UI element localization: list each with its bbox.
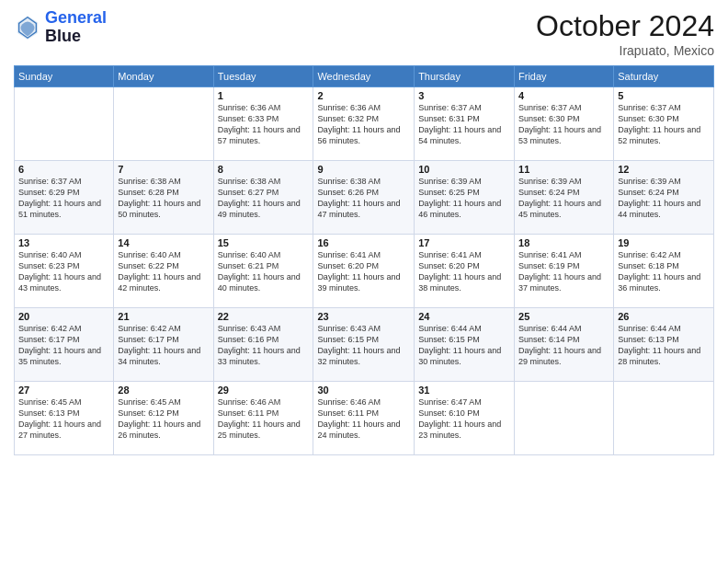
day-info: Sunrise: 6:44 AM Sunset: 6:14 PM Dayligh… bbox=[518, 323, 609, 368]
day-info: Sunrise: 6:37 AM Sunset: 6:30 PM Dayligh… bbox=[518, 102, 609, 147]
calendar-cell: 6Sunrise: 6:37 AM Sunset: 6:29 PM Daylig… bbox=[15, 161, 114, 235]
calendar-header-cell: Thursday bbox=[415, 66, 515, 87]
day-number: 28 bbox=[118, 385, 209, 396]
day-number: 24 bbox=[418, 311, 510, 322]
calendar-cell: 18Sunrise: 6:41 AM Sunset: 6:19 PM Dayli… bbox=[515, 235, 614, 308]
calendar-header-cell: Monday bbox=[114, 66, 213, 87]
calendar-cell: 12Sunrise: 6:39 AM Sunset: 6:24 PM Dayli… bbox=[614, 161, 714, 235]
day-number: 29 bbox=[218, 385, 310, 396]
day-info: Sunrise: 6:39 AM Sunset: 6:24 PM Dayligh… bbox=[618, 176, 710, 221]
calendar: SundayMondayTuesdayWednesdayThursdayFrid… bbox=[14, 65, 714, 455]
day-info: Sunrise: 6:38 AM Sunset: 6:28 PM Dayligh… bbox=[118, 176, 209, 221]
month-title: October 2024 bbox=[536, 9, 714, 43]
day-number: 30 bbox=[317, 385, 410, 396]
calendar-cell bbox=[15, 87, 114, 161]
calendar-cell: 28Sunrise: 6:45 AM Sunset: 6:12 PM Dayli… bbox=[114, 382, 213, 455]
day-info: Sunrise: 6:44 AM Sunset: 6:13 PM Dayligh… bbox=[618, 323, 710, 368]
day-number: 11 bbox=[518, 164, 609, 175]
day-number: 21 bbox=[118, 311, 209, 322]
calendar-week-row: 6Sunrise: 6:37 AM Sunset: 6:29 PM Daylig… bbox=[15, 161, 714, 235]
calendar-cell: 16Sunrise: 6:41 AM Sunset: 6:20 PM Dayli… bbox=[313, 235, 415, 308]
calendar-header-cell: Sunday bbox=[15, 66, 114, 87]
logo-icon bbox=[14, 14, 41, 41]
day-info: Sunrise: 6:43 AM Sunset: 6:15 PM Dayligh… bbox=[317, 323, 410, 368]
calendar-cell: 27Sunrise: 6:45 AM Sunset: 6:13 PM Dayli… bbox=[15, 382, 114, 455]
day-number: 2 bbox=[317, 90, 410, 101]
day-info: Sunrise: 6:40 AM Sunset: 6:22 PM Dayligh… bbox=[118, 249, 209, 294]
calendar-cell: 8Sunrise: 6:38 AM Sunset: 6:27 PM Daylig… bbox=[213, 161, 313, 235]
page-header: General Blue October 2024 Irapuato, Mexi… bbox=[14, 9, 714, 58]
day-info: Sunrise: 6:36 AM Sunset: 6:32 PM Dayligh… bbox=[317, 102, 410, 147]
calendar-cell: 15Sunrise: 6:40 AM Sunset: 6:21 PM Dayli… bbox=[213, 235, 313, 308]
day-number: 27 bbox=[18, 385, 109, 396]
day-info: Sunrise: 6:37 AM Sunset: 6:30 PM Dayligh… bbox=[618, 102, 710, 147]
day-number: 26 bbox=[618, 311, 710, 322]
calendar-week-row: 27Sunrise: 6:45 AM Sunset: 6:13 PM Dayli… bbox=[15, 382, 714, 455]
day-info: Sunrise: 6:38 AM Sunset: 6:27 PM Dayligh… bbox=[218, 176, 310, 221]
calendar-cell: 13Sunrise: 6:40 AM Sunset: 6:23 PM Dayli… bbox=[15, 235, 114, 308]
day-info: Sunrise: 6:41 AM Sunset: 6:20 PM Dayligh… bbox=[418, 249, 510, 294]
calendar-header-cell: Tuesday bbox=[213, 66, 313, 87]
day-number: 15 bbox=[218, 237, 310, 248]
calendar-cell bbox=[515, 382, 614, 455]
calendar-cell: 25Sunrise: 6:44 AM Sunset: 6:14 PM Dayli… bbox=[515, 308, 614, 382]
day-number: 18 bbox=[518, 237, 609, 248]
day-number: 23 bbox=[317, 311, 410, 322]
day-info: Sunrise: 6:42 AM Sunset: 6:17 PM Dayligh… bbox=[118, 323, 209, 368]
day-info: Sunrise: 6:36 AM Sunset: 6:33 PM Dayligh… bbox=[218, 102, 310, 147]
day-info: Sunrise: 6:45 AM Sunset: 6:12 PM Dayligh… bbox=[118, 396, 209, 442]
day-info: Sunrise: 6:42 AM Sunset: 6:18 PM Dayligh… bbox=[618, 249, 710, 294]
location: Irapuato, Mexico bbox=[536, 43, 714, 58]
day-number: 3 bbox=[418, 90, 510, 101]
day-number: 5 bbox=[618, 90, 710, 101]
day-number: 6 bbox=[18, 164, 109, 175]
calendar-cell: 24Sunrise: 6:44 AM Sunset: 6:15 PM Dayli… bbox=[415, 308, 515, 382]
day-number: 22 bbox=[218, 311, 310, 322]
day-info: Sunrise: 6:39 AM Sunset: 6:25 PM Dayligh… bbox=[418, 176, 510, 221]
calendar-cell: 9Sunrise: 6:38 AM Sunset: 6:26 PM Daylig… bbox=[313, 161, 415, 235]
day-info: Sunrise: 6:38 AM Sunset: 6:26 PM Dayligh… bbox=[317, 176, 410, 221]
day-info: Sunrise: 6:43 AM Sunset: 6:16 PM Dayligh… bbox=[218, 323, 310, 368]
calendar-cell: 31Sunrise: 6:47 AM Sunset: 6:10 PM Dayli… bbox=[415, 382, 515, 455]
day-number: 4 bbox=[518, 90, 609, 101]
calendar-cell: 14Sunrise: 6:40 AM Sunset: 6:22 PM Dayli… bbox=[114, 235, 213, 308]
day-number: 12 bbox=[618, 164, 710, 175]
day-number: 10 bbox=[418, 164, 510, 175]
calendar-cell: 17Sunrise: 6:41 AM Sunset: 6:20 PM Dayli… bbox=[415, 235, 515, 308]
day-info: Sunrise: 6:46 AM Sunset: 6:11 PM Dayligh… bbox=[218, 396, 310, 442]
day-number: 25 bbox=[518, 311, 609, 322]
calendar-body: 1Sunrise: 6:36 AM Sunset: 6:33 PM Daylig… bbox=[15, 87, 714, 455]
title-block: October 2024 Irapuato, Mexico bbox=[536, 9, 714, 58]
day-number: 9 bbox=[317, 164, 410, 175]
logo-text: General Blue bbox=[45, 9, 107, 46]
calendar-week-row: 1Sunrise: 6:36 AM Sunset: 6:33 PM Daylig… bbox=[15, 87, 714, 161]
calendar-header-row: SundayMondayTuesdayWednesdayThursdayFrid… bbox=[15, 66, 714, 87]
calendar-cell: 7Sunrise: 6:38 AM Sunset: 6:28 PM Daylig… bbox=[114, 161, 213, 235]
calendar-cell: 29Sunrise: 6:46 AM Sunset: 6:11 PM Dayli… bbox=[213, 382, 313, 455]
day-info: Sunrise: 6:40 AM Sunset: 6:21 PM Dayligh… bbox=[218, 249, 310, 294]
calendar-cell: 23Sunrise: 6:43 AM Sunset: 6:15 PM Dayli… bbox=[313, 308, 415, 382]
day-number: 20 bbox=[18, 311, 109, 322]
day-number: 31 bbox=[418, 385, 510, 396]
calendar-cell bbox=[614, 382, 714, 455]
calendar-header-cell: Wednesday bbox=[313, 66, 415, 87]
calendar-cell: 5Sunrise: 6:37 AM Sunset: 6:30 PM Daylig… bbox=[614, 87, 714, 161]
calendar-week-row: 13Sunrise: 6:40 AM Sunset: 6:23 PM Dayli… bbox=[15, 235, 714, 308]
calendar-cell: 3Sunrise: 6:37 AM Sunset: 6:31 PM Daylig… bbox=[415, 87, 515, 161]
day-number: 7 bbox=[118, 164, 209, 175]
day-number: 14 bbox=[118, 237, 209, 248]
logo: General Blue bbox=[14, 9, 107, 46]
day-number: 13 bbox=[18, 237, 109, 248]
day-info: Sunrise: 6:39 AM Sunset: 6:24 PM Dayligh… bbox=[518, 176, 609, 221]
day-number: 16 bbox=[317, 237, 410, 248]
day-info: Sunrise: 6:41 AM Sunset: 6:20 PM Dayligh… bbox=[317, 249, 410, 294]
calendar-cell: 20Sunrise: 6:42 AM Sunset: 6:17 PM Dayli… bbox=[15, 308, 114, 382]
calendar-cell: 11Sunrise: 6:39 AM Sunset: 6:24 PM Dayli… bbox=[515, 161, 614, 235]
calendar-header-cell: Saturday bbox=[614, 66, 714, 87]
day-info: Sunrise: 6:42 AM Sunset: 6:17 PM Dayligh… bbox=[18, 323, 109, 368]
day-info: Sunrise: 6:44 AM Sunset: 6:15 PM Dayligh… bbox=[418, 323, 510, 368]
day-number: 19 bbox=[618, 237, 710, 248]
calendar-cell bbox=[114, 87, 213, 161]
calendar-cell: 19Sunrise: 6:42 AM Sunset: 6:18 PM Dayli… bbox=[614, 235, 714, 308]
calendar-cell: 2Sunrise: 6:36 AM Sunset: 6:32 PM Daylig… bbox=[313, 87, 415, 161]
